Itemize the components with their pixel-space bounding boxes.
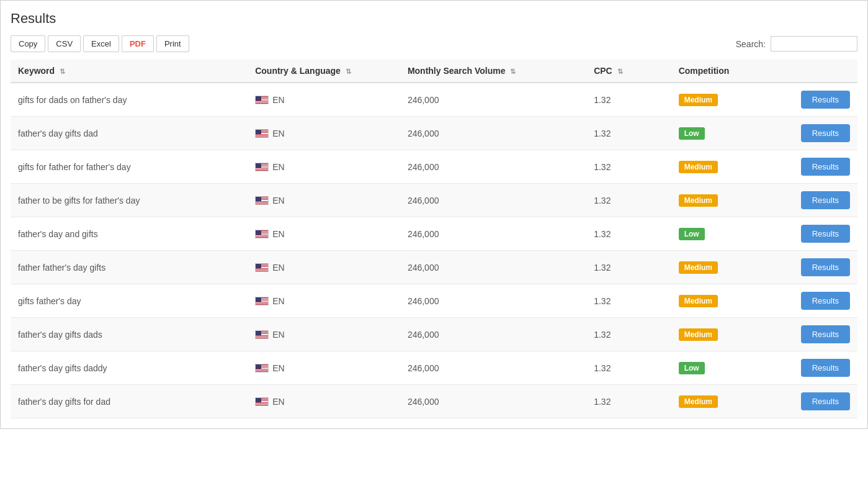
- cell-action: Results: [772, 251, 857, 284]
- language-code: EN: [272, 263, 284, 273]
- flag-icon: [255, 397, 269, 406]
- cell-country: EN: [248, 83, 400, 117]
- flag-icon: [255, 297, 269, 305]
- cell-cpc: 1.32: [586, 217, 671, 251]
- language-code: EN: [272, 330, 284, 340]
- results-button[interactable]: Results: [801, 124, 850, 142]
- cell-competition: Low: [671, 217, 773, 251]
- cell-action: Results: [772, 217, 857, 251]
- table-row: father's day gifts daddy EN 246,000 1.32…: [11, 351, 857, 385]
- cell-keyword: father's day gifts daddy: [11, 351, 248, 385]
- cell-country: EN: [248, 184, 400, 217]
- competition-badge: Medium: [679, 161, 718, 173]
- cell-action: Results: [772, 284, 857, 318]
- cell-volume: 246,000: [400, 251, 586, 284]
- table-row: father's day gifts for dad EN 246,000 1.…: [11, 385, 857, 418]
- cell-country: EN: [248, 251, 400, 284]
- cell-competition: Low: [671, 117, 773, 150]
- cell-country: EN: [248, 284, 400, 318]
- table-row: father's day and gifts EN 246,000 1.32 L…: [11, 217, 857, 251]
- results-button[interactable]: Results: [801, 91, 850, 109]
- cell-action: Results: [772, 184, 857, 217]
- flag-icon: [255, 364, 269, 372]
- search-input[interactable]: [771, 36, 857, 52]
- language-code: EN: [272, 95, 284, 105]
- language-code: EN: [272, 196, 284, 205]
- cell-cpc: 1.32: [586, 351, 671, 385]
- sort-icon-cpc: ⇅: [617, 68, 623, 76]
- competition-badge: Medium: [679, 94, 718, 106]
- cell-keyword: gifts for father for father's day: [11, 150, 248, 184]
- cell-competition: Medium: [671, 184, 773, 217]
- results-button[interactable]: Results: [801, 292, 850, 310]
- csv-button[interactable]: CSV: [48, 35, 81, 52]
- cell-action: Results: [772, 351, 857, 385]
- competition-badge: Low: [679, 127, 705, 140]
- cell-action: Results: [772, 385, 857, 418]
- cell-keyword: gifts for dads on father's day: [11, 83, 248, 117]
- results-button[interactable]: Results: [801, 359, 850, 377]
- results-table: Keyword ⇅ Country & Language ⇅ Monthly S…: [11, 60, 857, 418]
- cell-action: Results: [772, 83, 857, 117]
- cell-action: Results: [772, 117, 857, 150]
- sort-icon-keyword: ⇅: [60, 68, 65, 76]
- table-row: father father's day gifts EN 246,000 1.3…: [11, 251, 857, 284]
- cell-competition: Low: [671, 351, 773, 385]
- cell-cpc: 1.32: [586, 284, 671, 318]
- results-button[interactable]: Results: [801, 392, 850, 410]
- search-area: Search:: [736, 36, 857, 52]
- cell-keyword: father's day gifts dads: [11, 318, 248, 351]
- cell-volume: 246,000: [400, 150, 586, 184]
- col-header-keyword[interactable]: Keyword ⇅: [11, 60, 248, 83]
- cell-cpc: 1.32: [586, 184, 671, 217]
- flag-icon: [255, 263, 269, 272]
- col-header-volume[interactable]: Monthly Search Volume ⇅: [400, 60, 586, 83]
- cell-volume: 246,000: [400, 284, 586, 318]
- cell-keyword: father father's day gifts: [11, 251, 248, 284]
- cell-volume: 246,000: [400, 83, 586, 117]
- sort-icon-volume: ⇅: [510, 68, 516, 76]
- cell-volume: 246,000: [400, 184, 586, 217]
- cell-country: EN: [248, 150, 400, 184]
- print-button[interactable]: Print: [156, 35, 189, 52]
- col-header-country[interactable]: Country & Language ⇅: [248, 60, 400, 83]
- flag-icon: [255, 230, 269, 238]
- results-button[interactable]: Results: [801, 225, 850, 243]
- cell-volume: 246,000: [400, 117, 586, 150]
- sort-icon-country: ⇅: [346, 68, 351, 76]
- language-code: EN: [272, 129, 284, 138]
- pdf-button[interactable]: PDF: [122, 35, 154, 52]
- flag-icon: [255, 96, 269, 104]
- competition-badge: Medium: [679, 194, 718, 207]
- results-button[interactable]: Results: [801, 325, 850, 343]
- table-row: gifts father's day EN 246,000 1.32 Mediu…: [11, 284, 857, 318]
- table-row: gifts for father for father's day EN 246…: [11, 150, 857, 184]
- cell-country: EN: [248, 117, 400, 150]
- cell-keyword: father to be gifts for father's day: [11, 184, 248, 217]
- cell-volume: 246,000: [400, 217, 586, 251]
- competition-badge: Medium: [679, 261, 718, 274]
- cell-country: EN: [248, 217, 400, 251]
- results-button[interactable]: Results: [801, 191, 850, 209]
- cell-keyword: father's day and gifts: [11, 217, 248, 251]
- col-header-action: [772, 60, 857, 83]
- cell-action: Results: [772, 318, 857, 351]
- cell-cpc: 1.32: [586, 117, 671, 150]
- copy-button[interactable]: Copy: [11, 35, 45, 52]
- flag-icon: [255, 129, 269, 138]
- excel-button[interactable]: Excel: [83, 35, 119, 52]
- results-button[interactable]: Results: [801, 258, 850, 276]
- export-buttons: Copy CSV Excel PDF Print: [11, 35, 189, 52]
- page-title: Results: [11, 11, 857, 27]
- results-button[interactable]: Results: [801, 158, 850, 176]
- cell-competition: Medium: [671, 284, 773, 318]
- competition-badge: Low: [679, 228, 705, 240]
- cell-keyword: father's day gifts for dad: [11, 385, 248, 418]
- table-row: father to be gifts for father's day EN 2…: [11, 184, 857, 217]
- col-header-competition: Competition: [671, 60, 773, 83]
- search-label: Search:: [736, 39, 766, 49]
- cell-competition: Medium: [671, 251, 773, 284]
- col-header-cpc[interactable]: CPC ⇅: [586, 60, 671, 83]
- table-row: father's day gifts dads EN 246,000 1.32 …: [11, 318, 857, 351]
- cell-competition: Medium: [671, 318, 773, 351]
